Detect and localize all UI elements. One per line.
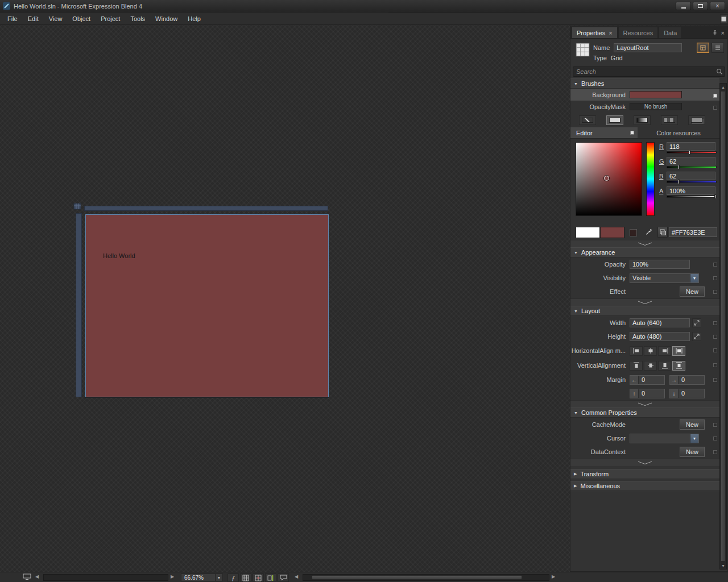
advanced-options-marker[interactable]	[713, 363, 717, 367]
halign-center-button[interactable]	[644, 346, 657, 356]
tile-brush-button[interactable]	[661, 115, 678, 125]
opacitymask-value[interactable]: No brush	[630, 103, 682, 110]
visibility-dropdown[interactable]: Visible ▼	[630, 273, 699, 283]
maximize-button[interactable]	[693, 2, 708, 10]
margin-top-field[interactable]: ↑0	[630, 389, 665, 398]
red-label[interactable]: R	[659, 143, 664, 150]
halign-stretch-button[interactable]	[672, 346, 685, 356]
green-value-field[interactable]: 62	[667, 157, 715, 165]
transform-section-header[interactable]: ▶ Transform	[570, 469, 719, 479]
background-brush-row[interactable]: Background	[570, 89, 719, 101]
blue-value-field[interactable]: 62	[667, 172, 715, 180]
timeline-scroll-left-button[interactable]: ◀	[35, 573, 39, 581]
expand-advanced-button[interactable]	[570, 459, 719, 466]
red-slider-thumb[interactable]	[689, 150, 690, 155]
artboard-scroll-left-button[interactable]: ◀	[295, 573, 298, 581]
menu-file[interactable]: File	[2, 14, 23, 24]
scroll-up-icon[interactable]: ▲	[720, 84, 726, 90]
menu-object[interactable]: Object	[67, 14, 96, 24]
green-label[interactable]: G	[659, 158, 664, 165]
tab-editor[interactable]: Editor	[570, 127, 638, 138]
menu-window[interactable]: Window	[150, 14, 183, 24]
menu-view[interactable]: View	[44, 14, 68, 24]
gradient-brush-button[interactable]	[634, 115, 651, 125]
convert-to-resource-button[interactable]	[657, 227, 668, 238]
last-color-swatch[interactable]	[630, 229, 637, 236]
current-color-swatch[interactable]	[600, 227, 624, 238]
alpha-label[interactable]: A	[659, 188, 663, 194]
new-effect-button[interactable]: New	[680, 286, 705, 297]
search-input[interactable]	[573, 66, 725, 77]
pin-icon[interactable]	[712, 30, 717, 36]
name-input[interactable]	[614, 43, 682, 52]
new-datacontext-button[interactable]: New	[680, 447, 705, 457]
valign-bottom-button[interactable]	[658, 361, 671, 371]
blue-slider[interactable]	[667, 181, 717, 183]
alpha-value-field[interactable]: 100%	[667, 186, 715, 195]
close-icon[interactable]: ×	[721, 30, 725, 36]
advanced-options-marker[interactable]	[713, 321, 717, 325]
blue-slider-thumb[interactable]	[678, 180, 680, 184]
close-button[interactable]: ×	[710, 2, 725, 10]
margin-right-field[interactable]: →0	[669, 375, 705, 385]
halign-right-button[interactable]	[658, 346, 671, 356]
effects-toggle-button[interactable]: ƒ	[228, 573, 239, 582]
properties-scrollbar[interactable]: ▲ ▼	[719, 83, 727, 569]
advanced-options-marker[interactable]	[713, 450, 717, 454]
alphabetical-view-button[interactable]	[712, 43, 724, 53]
scroll-down-icon[interactable]: ▼	[720, 562, 726, 569]
saturation-value-picker[interactable]	[576, 142, 642, 216]
advanced-options-marker[interactable]	[713, 378, 717, 382]
halign-left-button[interactable]	[630, 346, 643, 356]
margin-bottom-field[interactable]: ↓0	[669, 389, 705, 398]
expand-advanced-button[interactable]	[570, 400, 719, 408]
design-view-button[interactable]	[720, 14, 728, 24]
layout-section-header[interactable]: ▼ Layout	[570, 306, 719, 316]
set-width-auto-icon[interactable]	[692, 318, 701, 327]
tab-color-resources[interactable]: Color resources	[638, 127, 719, 138]
menu-tools[interactable]: Tools	[125, 14, 150, 24]
eyedropper-icon[interactable]	[645, 228, 653, 236]
green-slider-thumb[interactable]	[678, 165, 680, 169]
hex-value-field[interactable]: #FF763E3E	[669, 227, 717, 237]
advanced-options-marker[interactable]	[713, 94, 717, 98]
grid-corner-icon[interactable]	[73, 203, 81, 210]
green-slider[interactable]	[667, 166, 717, 168]
artboard-scrollbar[interactable]	[303, 574, 549, 581]
expand-advanced-button[interactable]	[570, 240, 719, 247]
valign-stretch-button[interactable]	[672, 361, 685, 371]
annotations-button[interactable]	[278, 573, 289, 582]
snap-to-snaplines-button[interactable]	[265, 573, 276, 582]
menu-help[interactable]: Help	[183, 14, 206, 24]
chevron-down-icon[interactable]: ▼	[690, 274, 698, 282]
zoom-control[interactable]: 66.67% ▼	[181, 573, 223, 581]
advanced-options-marker[interactable]	[713, 335, 717, 339]
advanced-options-marker[interactable]	[713, 436, 717, 440]
set-height-auto-icon[interactable]	[692, 332, 701, 341]
timeline-scrollbar[interactable]	[43, 574, 168, 581]
initial-color-swatch[interactable]	[576, 227, 600, 238]
advanced-options-marker[interactable]	[713, 423, 717, 427]
opacity-field[interactable]: 100%	[630, 260, 690, 269]
monitor-icon[interactable]	[23, 573, 31, 580]
show-grid-button[interactable]	[240, 573, 251, 582]
brush-resource-button[interactable]	[688, 115, 705, 125]
blue-label[interactable]: B	[659, 173, 663, 180]
expand-advanced-button[interactable]	[570, 298, 719, 306]
width-field[interactable]: Auto (640)	[630, 318, 690, 327]
chevron-down-icon[interactable]: ▼	[215, 574, 222, 581]
advanced-options-marker[interactable]	[713, 276, 717, 280]
grid-rail-vertical[interactable]	[76, 213, 82, 397]
property-view-button[interactable]	[697, 43, 709, 53]
solid-brush-button[interactable]	[606, 115, 623, 125]
margin-left-field[interactable]: ←0	[630, 375, 665, 385]
common-properties-section-header[interactable]: ▼ Common Properties	[570, 408, 719, 418]
miscellaneous-section-header[interactable]: ▶ Miscellaneous	[570, 481, 719, 491]
minimize-button[interactable]	[676, 2, 691, 10]
advanced-options-marker[interactable]	[713, 348, 717, 352]
scrollbar-thumb[interactable]	[312, 575, 522, 580]
height-field[interactable]: Auto (480)	[630, 332, 690, 341]
grid-rail-horizontal[interactable]	[84, 206, 328, 211]
appearance-section-header[interactable]: ▼ Appearance	[570, 247, 719, 257]
tab-properties[interactable]: Properties ×	[572, 27, 618, 38]
